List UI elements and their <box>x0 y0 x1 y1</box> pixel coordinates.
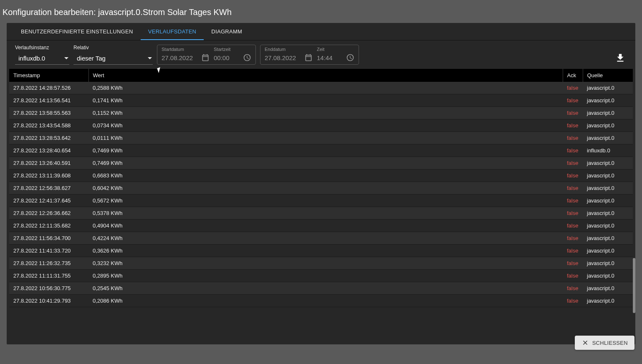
clock-icon <box>346 53 354 62</box>
cell-source: javascript.0 <box>583 245 633 257</box>
table-row[interactable]: 27.8.2022 13:28:53.6420,0111 KWhfalsejav… <box>9 132 633 144</box>
end-date-label: Enddatum <box>265 47 313 52</box>
chevron-down-icon <box>64 57 68 59</box>
table-row[interactable]: 27.8.2022 14:13:56.5410,1741 KWhfalsejav… <box>9 94 633 107</box>
cell-ack: false <box>563 94 583 107</box>
cell-timestamp: 27.8.2022 13:43:54.588 <box>9 119 88 132</box>
th-ack[interactable]: Ack <box>563 69 583 82</box>
relative-label: Relativ <box>73 45 153 51</box>
cell-ack: false <box>563 220 583 232</box>
dialog: BENUTZERDEFINIERTE EINSTELLUNGENVERLAUFS… <box>7 23 635 344</box>
download-icon <box>615 53 626 63</box>
cell-value: 0,2545 KWh <box>88 282 563 295</box>
instance-select[interactable]: influxdb.0 <box>15 53 69 65</box>
cell-timestamp: 27.8.2022 11:41:33.720 <box>9 245 88 257</box>
cell-value: 0,0111 KWh <box>88 132 563 144</box>
scrollbar-thumb[interactable] <box>633 258 635 313</box>
table-row[interactable]: 27.8.2022 11:56:34.7000,4224 KWhfalsejav… <box>9 232 633 245</box>
cell-timestamp: 27.8.2022 13:28:53.642 <box>9 132 88 144</box>
cell-ack: false <box>563 169 583 182</box>
table-row[interactable]: 27.8.2022 10:41:29.7930,2086 KWhfalsejav… <box>9 295 633 307</box>
end-time-input[interactable]: 14:44 <box>317 54 333 61</box>
cell-value: 0,3626 KWh <box>88 245 563 257</box>
cell-timestamp: 27.8.2022 13:26:40.591 <box>9 157 88 169</box>
toolbar: Verlaufsinstanz influxdb.0 Relativ diese… <box>7 40 635 69</box>
tab-benutzerdefinierte-einstellungen[interactable]: BENUTZERDEFINIERTE EINSTELLUNGEN <box>13 23 141 40</box>
table-row[interactable]: 27.8.2022 10:56:30.7750,2545 KWhfalsejav… <box>9 282 633 295</box>
tabs: BENUTZERDEFINIERTE EINSTELLUNGENVERLAUFS… <box>7 23 635 40</box>
cell-value: 0,7469 KWh <box>88 144 563 157</box>
download-button[interactable] <box>614 51 627 65</box>
close-label: SCHLIESSEN <box>592 340 628 346</box>
cell-ack: false <box>563 245 583 257</box>
cell-ack: false <box>563 270 583 282</box>
close-icon <box>581 339 589 346</box>
table-row[interactable]: 27.8.2022 12:26:36.6620,5378 KWhfalsejav… <box>9 207 633 220</box>
cell-timestamp: 27.8.2022 14:28:57.526 <box>9 82 88 94</box>
cell-source: javascript.0 <box>583 157 633 169</box>
table-row[interactable]: 27.8.2022 12:56:38.6270,6042 KWhfalsejav… <box>9 182 633 195</box>
end-time-label: Zeit <box>317 47 354 52</box>
table-wrap[interactable]: Timestamp Wert Ack Quelle 27.8.2022 14:2… <box>7 69 635 344</box>
table-row[interactable]: 27.8.2022 11:41:33.7200,3626 KWhfalsejav… <box>9 245 633 257</box>
tab-verlaufsdaten[interactable]: VERLAUFSDATEN <box>141 23 204 40</box>
cell-value: 0,2086 KWh <box>88 295 563 307</box>
cell-source: influxdb.0 <box>583 144 633 157</box>
table-row[interactable]: 27.8.2022 11:11:31.7550,2895 KWhfalsejav… <box>9 270 633 282</box>
cell-ack: false <box>563 232 583 245</box>
instance-value: influxdb.0 <box>18 55 45 62</box>
table-row[interactable]: 27.8.2022 11:26:32.7350,3232 KWhfalsejav… <box>9 257 633 270</box>
table-row[interactable]: 27.8.2022 14:28:57.5260,2588 KWhfalsejav… <box>9 82 633 94</box>
cell-ack: false <box>563 282 583 295</box>
start-time-input[interactable]: 00:00 <box>214 54 230 61</box>
table-row[interactable]: 27.8.2022 12:41:37.6450,5672 KWhfalsejav… <box>9 195 633 207</box>
cell-timestamp: 27.8.2022 14:13:56.541 <box>9 94 88 107</box>
cell-timestamp: 27.8.2022 12:56:38.627 <box>9 182 88 195</box>
cell-source: javascript.0 <box>583 282 633 295</box>
cell-source: javascript.0 <box>583 232 633 245</box>
cell-timestamp: 27.8.2022 11:26:32.735 <box>9 257 88 270</box>
cell-value: 0,6042 KWh <box>88 182 563 195</box>
cell-ack: false <box>563 144 583 157</box>
th-source[interactable]: Quelle <box>583 69 633 82</box>
cell-ack: false <box>563 119 583 132</box>
history-table: Timestamp Wert Ack Quelle 27.8.2022 14:2… <box>9 69 633 307</box>
table-row[interactable]: 27.8.2022 13:26:40.5910,7469 KWhfalsejav… <box>9 157 633 169</box>
start-time-label: Startzeit <box>214 47 251 52</box>
instance-field: Verlaufsinstanz influxdb.0 <box>15 45 69 65</box>
cell-source: javascript.0 <box>583 169 633 182</box>
cell-timestamp: 27.8.2022 10:56:30.775 <box>9 282 88 295</box>
cell-timestamp: 27.8.2022 12:11:35.682 <box>9 220 88 232</box>
cell-value: 0,5672 KWh <box>88 195 563 207</box>
cell-source: javascript.0 <box>583 295 633 307</box>
cell-source: javascript.0 <box>583 195 633 207</box>
cell-ack: false <box>563 182 583 195</box>
relative-field: Relativ dieser Tag <box>73 45 153 65</box>
start-date-box: Startdatum 27.08.2022 Startzeit 00:00 <box>157 45 256 65</box>
cell-source: javascript.0 <box>583 270 633 282</box>
cell-ack: false <box>563 195 583 207</box>
table-row[interactable]: 27.8.2022 13:43:54.5880,0734 KWhfalsejav… <box>9 119 633 132</box>
table-row[interactable]: 27.8.2022 13:11:39.6080,6683 KWhfalsejav… <box>9 169 633 182</box>
th-value[interactable]: Wert <box>88 69 563 82</box>
close-button[interactable]: SCHLIESSEN <box>575 336 634 350</box>
tab-diagramm[interactable]: DIAGRAMM <box>204 23 250 40</box>
table-row[interactable]: 27.8.2022 13:58:55.5630,1152 KWhfalsejav… <box>9 107 633 119</box>
cell-value: 0,1741 KWh <box>88 94 563 107</box>
start-date-input[interactable]: 27.08.2022 <box>162 54 193 61</box>
cell-value: 0,5378 KWh <box>88 207 563 220</box>
cell-value: 0,7469 KWh <box>88 157 563 169</box>
th-timestamp[interactable]: Timestamp <box>9 69 88 82</box>
table-body: 27.8.2022 14:28:57.5260,2588 KWhfalsejav… <box>9 82 633 307</box>
cell-source: javascript.0 <box>583 82 633 94</box>
table-row[interactable]: 27.8.2022 12:11:35.6820,4904 KWhfalsejav… <box>9 220 633 232</box>
cell-source: javascript.0 <box>583 132 633 144</box>
relative-select[interactable]: dieser Tag <box>73 53 153 65</box>
end-date-input[interactable]: 27.08.2022 <box>265 54 296 61</box>
chevron-down-icon <box>148 57 152 59</box>
cell-ack: false <box>563 157 583 169</box>
start-date-label: Startdatum <box>162 47 210 52</box>
calendar-icon <box>201 53 210 62</box>
cell-ack: false <box>563 257 583 270</box>
table-row[interactable]: 27.8.2022 13:28:40.6540,7469 KWhfalseinf… <box>9 144 633 157</box>
